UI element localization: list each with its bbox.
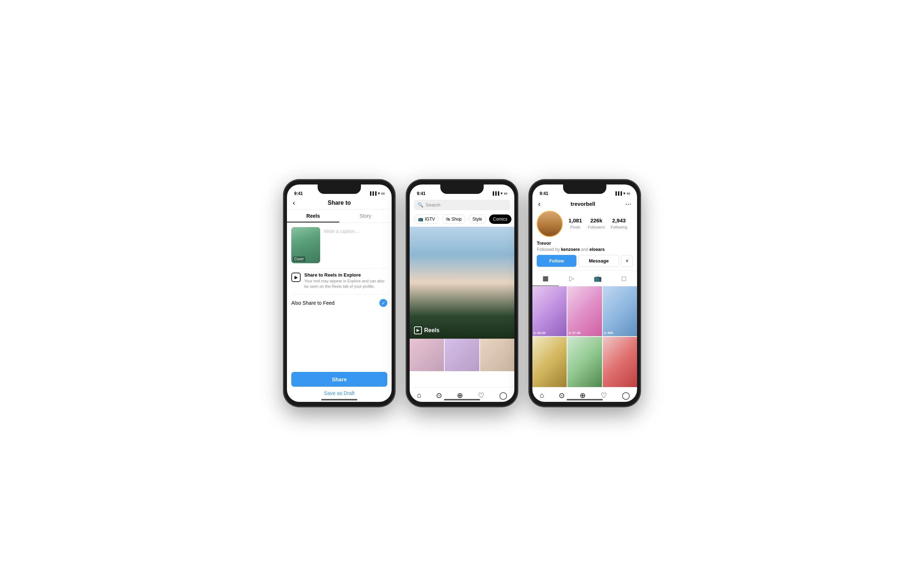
signal-icon-2: ▐▐▐ (492, 191, 499, 195)
profile-grid-item-2[interactable]: ▷37.3K (568, 286, 602, 337)
cat-comics[interactable]: Comics (489, 215, 512, 224)
profile-grid-item-5[interactable] (568, 337, 602, 387)
media-row: Cover Write a caption... (291, 227, 387, 263)
cat-igtv[interactable]: 📺 IGTV (414, 215, 439, 224)
option-text: Share to Reels in Explore Your reel may … (304, 272, 387, 290)
profile-name: Trevor (537, 241, 633, 246)
time-3: 9:41 (540, 191, 548, 196)
explore-grid (410, 339, 514, 371)
action-buttons: Follow Message ∨ (532, 255, 637, 271)
option-title: Share to Reels in Explore (304, 272, 387, 278)
followers-count: 226k (588, 217, 605, 223)
video-thumbnail[interactable]: Cover (291, 227, 320, 263)
tab-grid[interactable]: ▦ (532, 271, 559, 286)
message-button[interactable]: Message (579, 255, 619, 267)
home-indicator-2 (444, 399, 480, 400)
save-draft-button[interactable]: Save as Draft (291, 390, 387, 396)
following-label: Following (611, 225, 627, 229)
play-count-1: ▷30.2K (534, 331, 546, 335)
bio-section: Trevor Followed by kenzoere and eloears (532, 241, 637, 255)
home-icon-3[interactable]: ⌂ (540, 391, 544, 399)
follower-2[interactable]: eloears (589, 247, 605, 252)
tab-story[interactable]: Story (339, 210, 392, 223)
profile-icon-3[interactable]: ◯ (622, 391, 630, 400)
tab-reels[interactable]: ▷ (559, 271, 585, 286)
cat-shop[interactable]: 🛍 Shop (442, 215, 465, 224)
also-share-label: Also Share to Feed (291, 300, 335, 306)
reels-icon: ▶ (414, 327, 422, 334)
notch-1 (318, 185, 361, 194)
search-input[interactable]: 🔍 Search (414, 200, 510, 210)
basketball-image (410, 227, 514, 339)
style-label: Style (472, 217, 482, 222)
screen-3: 9:41 ▐▐▐ ▾ ▭ ‹ trevorbell ··· (532, 185, 637, 402)
phones-container: 9:41 ▐▐▐ ▾ ▭ ‹ Share to Reels Story (283, 180, 641, 407)
screen-2: 9:41 ▐▐▐ ▾ ▭ 🔍 Search 📺 IGTV (410, 185, 514, 402)
profile-grid: ▷30.2K ▷37.3K ▷45K (532, 286, 637, 387)
profile-grid-item-1[interactable]: ▷30.2K (532, 286, 567, 337)
back-button[interactable]: ‹ (293, 198, 295, 207)
time-2: 9:41 (417, 191, 426, 196)
profile-tab-icons: ▦ ▷ 📺 ◻ (532, 271, 637, 286)
share-tabs: Reels Story (287, 210, 392, 223)
tab-igtv[interactable]: 📺 (585, 271, 611, 286)
posts-label: Posts (570, 225, 581, 229)
explore-main-image[interactable]: ▶ Reels (410, 227, 514, 339)
grid-item-2[interactable] (445, 339, 479, 371)
following-count: 2,943 (611, 217, 627, 223)
wifi-icon-2: ▾ (501, 191, 502, 195)
stat-following: 2,943 Following (611, 217, 627, 230)
tab-tagged[interactable]: ◻ (611, 271, 637, 286)
category-tabs: 📺 IGTV 🛍 Shop Style Comics TV & Movie (410, 213, 514, 227)
cat-style[interactable]: Style (469, 215, 486, 224)
battery-icon: ▭ (381, 191, 384, 195)
play-count-2: ▷37.3K (569, 331, 581, 335)
thumbnail-image: Cover (291, 227, 320, 263)
follower-1[interactable]: kenzoere (561, 247, 580, 252)
grid-item-3[interactable] (480, 339, 514, 371)
search-icon-3[interactable]: ⊙ (559, 391, 565, 400)
profile-info: 1,081 Posts 226k Followers 2,943 Followi… (532, 211, 637, 241)
search-nav-icon[interactable]: ⊙ (436, 391, 442, 400)
play-count-3: ▷45K (604, 331, 614, 335)
phone-2: 9:41 ▐▐▐ ▾ ▭ 🔍 Search 📺 IGTV (406, 180, 518, 407)
also-share-row: Also Share to Feed ✓ (291, 294, 387, 311)
profile-grid-item-6[interactable] (603, 337, 637, 387)
like-nav-icon[interactable]: ♡ (478, 391, 484, 400)
share-to-title: Share to (328, 200, 351, 206)
profile-back-button[interactable]: ‹ (538, 200, 541, 208)
tab-reels[interactable]: Reels (287, 210, 339, 223)
also-share-checkbox[interactable]: ✓ (380, 299, 387, 307)
shop-label: Shop (452, 217, 462, 222)
profile-grid-item-3[interactable]: ▷45K (603, 286, 637, 337)
add-icon-3[interactable]: ⊕ (580, 391, 586, 400)
avatar-image (538, 211, 562, 236)
share-button[interactable]: Share (291, 372, 387, 387)
followed-by: Followed by kenzoere and eloears (537, 247, 633, 252)
home-indicator-1 (321, 399, 357, 400)
status-icons-2: ▐▐▐ ▾ ▭ (492, 191, 507, 195)
home-nav-icon[interactable]: ⌂ (417, 391, 421, 399)
profile-grid-item-4[interactable] (532, 337, 567, 387)
search-bar-container: 🔍 Search (410, 198, 514, 213)
phone-1: 9:41 ▐▐▐ ▾ ▭ ‹ Share to Reels Story (283, 180, 395, 407)
grid-item-1[interactable] (410, 339, 444, 371)
profile-nav-icon[interactable]: ◯ (499, 391, 507, 400)
search-placeholder: Search (426, 202, 441, 208)
stat-followers: 226k Followers (588, 217, 605, 230)
status-icons-1: ▐▐▐ ▾ ▭ (369, 191, 384, 195)
option-desc: Your reel may appear in Explore and can … (304, 278, 387, 290)
dropdown-button[interactable]: ∨ (621, 255, 633, 267)
add-nav-icon[interactable]: ⊕ (457, 391, 463, 400)
signal-icon: ▐▐▐ (369, 191, 376, 195)
reels-option-icon: ▶ (291, 272, 301, 282)
caption-input[interactable]: Write a caption... (324, 227, 387, 263)
share-bottom: Share Save as Draft (287, 368, 392, 402)
profile-more-button[interactable]: ··· (625, 200, 631, 208)
battery-icon-3: ▭ (627, 191, 630, 195)
reels-label: ▶ Reels (414, 327, 440, 334)
like-icon-3[interactable]: ♡ (601, 391, 607, 400)
followers-label: Followers (588, 225, 605, 229)
follow-button[interactable]: Follow (537, 255, 576, 267)
battery-icon-2: ▭ (504, 191, 507, 195)
